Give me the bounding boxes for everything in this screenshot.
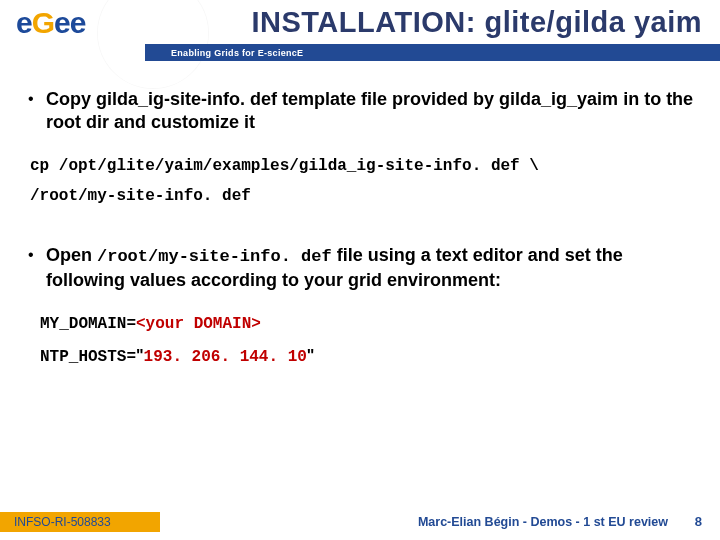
var2-key: NTP_HOSTS= [40, 348, 136, 366]
bullet-2-pre: Open [46, 245, 97, 265]
logo-letter-g: G [32, 6, 54, 39]
footer-left-text: INFSO-RI-508833 [14, 515, 111, 529]
tagline-bar: Enabling Grids for E-sciencE [145, 44, 720, 61]
bullet-marker: • [28, 88, 46, 134]
slide: eGee INSTALLATION: glite/gilda yaim Enab… [0, 0, 720, 540]
bullet-1: • Copy gilda_ig-site-info. def template … [28, 88, 696, 134]
slide-title: INSTALLATION: glite/gilda yaim [251, 6, 702, 39]
var1-val: <your DOMAIN> [136, 315, 261, 333]
bullet-1-bold2: gilda_ig_yaim [499, 89, 618, 109]
footer-right-text: Marc-Elian Bégin - Demos - 1 st EU revie… [418, 515, 668, 529]
bullet-2: • Open /root/my-site-info. def file usin… [28, 244, 696, 292]
var2-quote-open: " [136, 347, 144, 364]
command-line-2: /root/my-site-info. def [30, 184, 696, 208]
logo-letter-e1: e [16, 6, 32, 39]
var-line-2: NTP_HOSTS="193. 206. 144. 10" [40, 344, 696, 369]
tagline: Enabling Grids for E-sciencE [171, 48, 303, 58]
footer: INFSO-RI-508833 Marc-Elian Bégin - Demos… [0, 510, 720, 540]
bullet-2-text: Open /root/my-site-info. def file using … [46, 244, 696, 292]
slide-body: • Copy gilda_ig-site-info. def template … [28, 84, 696, 369]
logo-text: eGee [16, 6, 85, 40]
bullet-1-pre: Copy [46, 89, 96, 109]
var2-quote-close: " [307, 347, 315, 364]
logo-letter-e3: e [70, 6, 86, 39]
bullet-marker: • [28, 244, 46, 292]
logo-letter-e2: e [54, 6, 70, 39]
var1-key: MY_DOMAIN= [40, 315, 136, 333]
var-line-1: MY_DOMAIN=<your DOMAIN> [40, 312, 696, 336]
bullet-2-code: /root/my-site-info. def [97, 247, 332, 266]
bullet-1-mid: template file provided by [277, 89, 499, 109]
command-line-1: cp /opt/glite/yaim/examples/gilda_ig-sit… [30, 154, 696, 178]
bullet-1-bold1: gilda_ig-site-info. def [96, 89, 277, 109]
header: eGee INSTALLATION: glite/gilda yaim Enab… [0, 0, 720, 70]
bullet-1-text: Copy gilda_ig-site-info. def template fi… [46, 88, 696, 134]
footer-page-number: 8 [695, 514, 702, 529]
var2-val: 193. 206. 144. 10 [144, 348, 307, 366]
